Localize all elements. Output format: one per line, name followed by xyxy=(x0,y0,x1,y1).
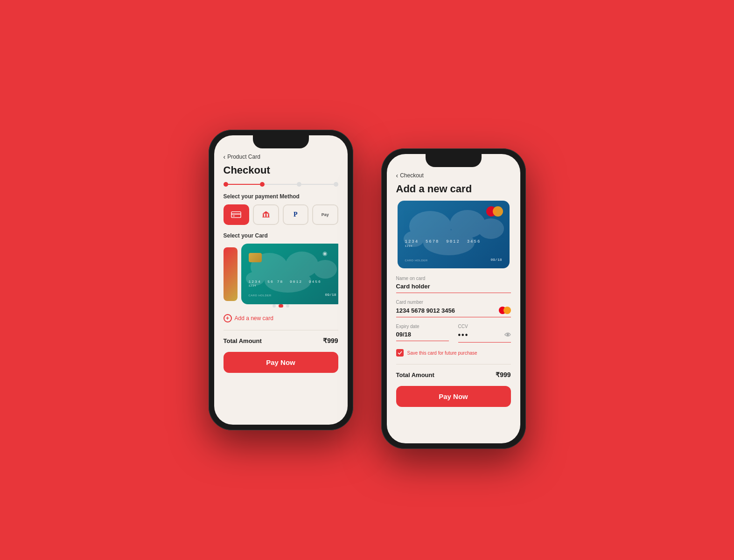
svg-rect-2 xyxy=(233,216,235,217)
ccv-value[interactable]: ••• 👁 xyxy=(458,331,511,343)
add-card-link[interactable]: + Add a new card xyxy=(224,314,338,322)
credit-card-form: 1234 5678 9012 3456 1234 CARD HOLDER 09/… xyxy=(398,201,510,268)
mastercard-logo xyxy=(486,206,503,217)
name-on-card-value[interactable]: Card holder xyxy=(396,283,511,293)
carousel-dot-2[interactable] xyxy=(279,304,283,308)
form-group-card-number: Card number 1234 5678 9012 3456 xyxy=(396,300,511,317)
phone-2: ‹ Checkout Add a new card xyxy=(381,148,526,449)
pay-now-button-1[interactable]: Pay Now xyxy=(224,352,338,373)
credit-card-main: ◉ 1234 56 78 9012 9456 1234 CARD HOLDER … xyxy=(241,244,338,304)
svg-rect-3 xyxy=(263,214,264,217)
svg-marker-6 xyxy=(262,211,269,214)
progress-dot-4 xyxy=(334,182,338,187)
total-label-2: Total Amount xyxy=(396,371,434,378)
notch-2 xyxy=(426,154,482,167)
paypal-icon: P xyxy=(294,211,298,218)
back-nav-label-2: Checkout xyxy=(400,172,424,179)
credit-card-icon xyxy=(231,210,241,219)
payment-btn-credit-card[interactable] xyxy=(224,204,250,225)
mastercard-icon-sm xyxy=(499,307,511,314)
card-number-value: 1234 5678 9012 3456 xyxy=(396,307,455,314)
payment-methods: P Pay xyxy=(224,204,338,225)
save-card-row[interactable]: Save this card for future purchase xyxy=(396,349,511,357)
applepay-label: Pay xyxy=(322,212,329,217)
name-on-card-label: Name on card xyxy=(396,276,511,281)
add-card-plus-icon: + xyxy=(224,314,232,322)
payment-section-label: Select your payment Method xyxy=(224,193,338,200)
carousel-dot-3[interactable] xyxy=(286,304,289,308)
progress-line-1 xyxy=(228,184,260,185)
phone-2-screen: ‹ Checkout Add a new card xyxy=(387,154,520,443)
divider-2 xyxy=(396,364,511,364)
page-title-1: Checkout xyxy=(224,164,338,176)
card-bottom-lg: CARD HOLDER 09/18 xyxy=(405,258,502,262)
ccv-dots: ••• xyxy=(458,331,469,339)
card-number-lg: 1234 5678 9012 3456 1234 xyxy=(405,239,502,248)
card-number: 1234 56 78 9012 9456 1234 xyxy=(249,280,336,287)
divider-1 xyxy=(224,330,338,330)
carousel-dots xyxy=(224,304,338,308)
payment-btn-applepay[interactable]: Pay xyxy=(312,204,338,225)
carousel-dot-1[interactable] xyxy=(273,304,276,308)
back-nav-2[interactable]: ‹ Checkout xyxy=(396,172,511,179)
back-nav-label: Product Card xyxy=(227,154,260,160)
form-row-expiry-ccv: Expiry date 09/18 CCV ••• 👁 xyxy=(396,324,511,343)
svg-rect-4 xyxy=(266,214,266,217)
check-icon xyxy=(398,351,402,355)
bank-icon xyxy=(261,210,271,219)
total-amount-1: ₹999 xyxy=(323,337,338,344)
page-title-2: Add a new card xyxy=(396,183,511,195)
svg-point-15 xyxy=(478,218,504,239)
form-group-ccv: CCV ••• 👁 xyxy=(458,324,511,343)
card-peek-left xyxy=(224,247,238,301)
card-number-input[interactable]: 1234 5678 9012 3456 xyxy=(396,307,511,317)
phone-1-screen: ‹ Product Card Checkout Select your paym… xyxy=(214,135,348,425)
svg-rect-1 xyxy=(231,213,241,215)
payment-btn-paypal[interactable]: P xyxy=(283,204,309,225)
card-expiry-lg: 09/18 xyxy=(490,258,502,262)
save-card-checkbox[interactable] xyxy=(396,349,404,357)
card-bottom: CARD HOLDER 09/18 xyxy=(249,293,336,297)
total-label-1: Total Amount xyxy=(224,337,262,344)
card-number-label: Card number xyxy=(396,300,511,305)
payment-btn-bank[interactable] xyxy=(253,204,279,225)
progress-dot-1 xyxy=(224,182,228,187)
save-card-label: Save this card for future purchase xyxy=(407,350,477,356)
form-group-expiry: Expiry date 09/18 xyxy=(396,324,449,343)
total-row-2: Total Amount ₹999 xyxy=(396,371,511,378)
expiry-value[interactable]: 09/18 xyxy=(396,331,449,341)
total-row-1: Total Amount ₹999 xyxy=(224,337,338,344)
card-holder-label: CARD HOLDER xyxy=(249,294,272,297)
progress-dot-2 xyxy=(260,182,265,187)
svg-point-10 xyxy=(314,260,337,279)
progress-line-2 xyxy=(265,184,297,185)
svg-rect-7 xyxy=(262,217,269,218)
progress-bar xyxy=(224,182,338,187)
ccv-label: CCV xyxy=(458,324,511,329)
notch-1 xyxy=(253,135,309,148)
back-chevron-icon: ‹ xyxy=(224,153,226,161)
expiry-label: Expiry date xyxy=(396,324,449,329)
back-chevron-icon-2: ‹ xyxy=(396,172,398,179)
eye-slash-icon[interactable]: 👁 xyxy=(504,331,511,339)
svg-rect-5 xyxy=(268,214,269,217)
card-holder-label-lg: CARD HOLDER xyxy=(405,259,428,262)
add-card-label: Add a new card xyxy=(235,315,273,322)
pay-now-button-2[interactable]: Pay Now xyxy=(396,386,511,407)
total-amount-2: ₹999 xyxy=(496,371,510,378)
card-carousel[interactable]: ◉ 1234 56 78 9012 9456 1234 CARD HOLDER … xyxy=(224,244,338,304)
form-group-name: Name on card Card holder xyxy=(396,276,511,293)
back-nav-1[interactable]: ‹ Product Card xyxy=(224,153,338,161)
phone-1: ‹ Product Card Checkout Select your paym… xyxy=(209,130,353,430)
card-section-label: Select your Card xyxy=(224,232,338,239)
card-expiry: 09/18 xyxy=(325,293,336,297)
progress-line-3 xyxy=(301,184,334,185)
card-chip xyxy=(249,253,262,262)
contactless-icon: ◉ xyxy=(322,250,327,257)
progress-dot-3 xyxy=(297,182,301,187)
